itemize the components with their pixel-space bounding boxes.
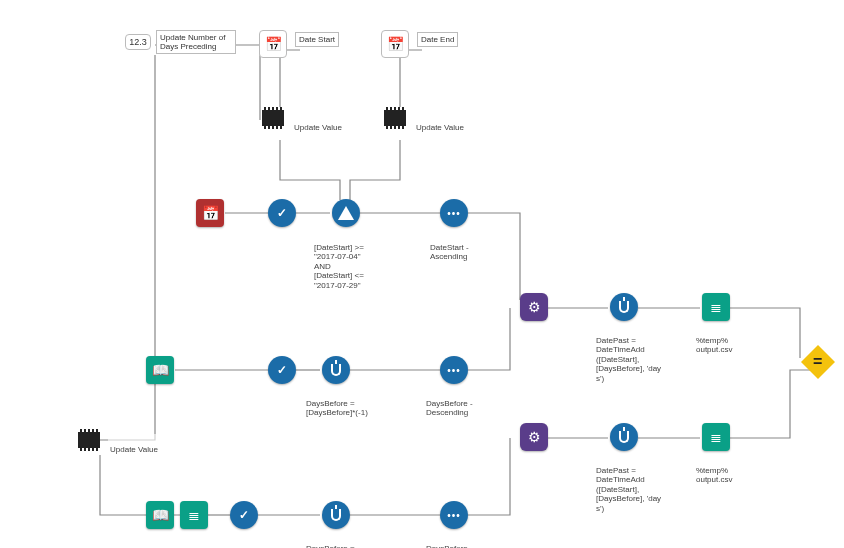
action-icon [78, 432, 100, 448]
label-update-value-3: Update Value [108, 434, 160, 455]
macro-output-tool-r3[interactable] [180, 501, 208, 529]
page-icon [710, 429, 722, 445]
page-icon [710, 299, 722, 315]
filter-tool[interactable] [332, 199, 360, 227]
dots-icon [447, 208, 461, 219]
formula-tool-r3[interactable] [322, 501, 350, 529]
macro-input-tool-r2[interactable] [146, 356, 174, 384]
label-formula-daysbefore-1: DaysBefore = [DaysBefore]*(-1) [304, 388, 390, 419]
gear-icon [528, 299, 541, 315]
calendar-icon [265, 36, 282, 52]
text-box-tool[interactable]: 12.3 [125, 34, 151, 50]
calendar-icon [202, 205, 219, 221]
calendar-icon [387, 36, 404, 52]
textbox-value: 12.3 [129, 37, 147, 47]
flask-icon [331, 364, 341, 376]
label-formula-datepast-2: DatePast = DateTimeAdd ([DateStart], [Da… [594, 455, 676, 515]
formula-datepast-1[interactable] [610, 293, 638, 321]
label-formula-datepast-1: DatePast = DateTimeAdd ([DateStart], [Da… [594, 325, 676, 385]
label-formula-daysbefore-2: DaysBefore = [DaysBefore]*(-1) [304, 533, 390, 548]
action-tool-update-value-2[interactable] [384, 110, 406, 126]
output-tool-1[interactable] [702, 293, 730, 321]
label-output-2: %temp% output.csv [694, 455, 748, 486]
label-filter-expr: [DateStart] >= "2017-07-04" AND [DateSta… [312, 232, 388, 292]
select-tool-r3[interactable] [230, 501, 258, 529]
select-tool-r2[interactable] [268, 356, 296, 384]
sort-tool-r1[interactable] [440, 199, 468, 227]
equals-icon [813, 353, 822, 371]
gear-icon [528, 429, 541, 445]
label-update-value-2: Update Value [414, 112, 466, 133]
label-sort-daysbefore-desc-1: DaysBefore - Descending [424, 388, 494, 419]
page-icon [188, 507, 200, 523]
book-icon [152, 507, 169, 523]
book-icon [152, 362, 169, 378]
date-input-start[interactable] [259, 30, 287, 58]
action-icon [262, 110, 284, 126]
flask-icon [619, 431, 629, 443]
equals-tool[interactable] [806, 350, 830, 374]
action-icon [384, 110, 406, 126]
triangle-icon [338, 206, 354, 220]
date-input-end[interactable] [381, 30, 409, 58]
dynamic-input-tool[interactable] [196, 199, 224, 227]
check-icon [277, 363, 287, 377]
join-tool-1[interactable] [520, 293, 548, 321]
select-tool-r1[interactable] [268, 199, 296, 227]
formula-datepast-2[interactable] [610, 423, 638, 451]
label-output-1: %temp% output.csv [694, 325, 748, 356]
comment-update-days: Update Number of Days Preceding [156, 30, 236, 54]
flask-icon [619, 301, 629, 313]
macro-input-tool-r3[interactable] [146, 501, 174, 529]
action-tool-update-value-3[interactable] [78, 432, 100, 448]
label-update-value-1: Update Value [292, 112, 344, 133]
check-icon [277, 206, 287, 220]
label-sort-datestart-asc: DateStart - Ascending [428, 232, 494, 263]
action-tool-update-value-1[interactable] [262, 110, 284, 126]
dots-icon [447, 365, 461, 376]
sort-tool-r2[interactable] [440, 356, 468, 384]
comment-date-end: Date End [417, 32, 458, 47]
output-tool-2[interactable] [702, 423, 730, 451]
check-icon [239, 508, 249, 522]
comment-date-start: Date Start [295, 32, 339, 47]
join-tool-2[interactable] [520, 423, 548, 451]
sort-tool-r3[interactable] [440, 501, 468, 529]
formula-tool-r2[interactable] [322, 356, 350, 384]
label-sort-daysbefore-desc-2: DaysBefore - Descending [424, 533, 494, 548]
flask-icon [331, 509, 341, 521]
dots-icon [447, 510, 461, 521]
